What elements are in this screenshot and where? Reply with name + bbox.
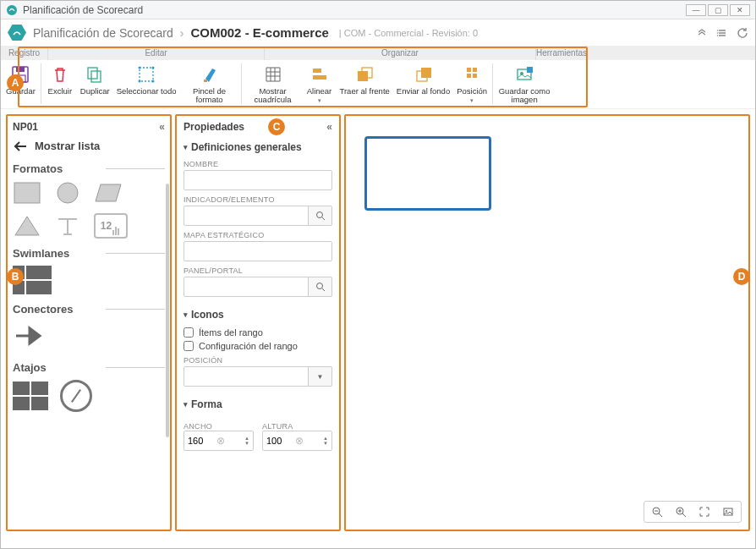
svg-point-10 [139, 67, 141, 69]
module-hex-icon[interactable] [8, 24, 26, 42]
svg-point-3 [717, 35, 719, 36]
toolbar: Guardar Excluir Duplicar Seleccionar tod… [1, 60, 755, 109]
shape-arrow-connector[interactable] [13, 321, 48, 353]
select-posicion[interactable] [184, 366, 309, 387]
fit-screen-button[interactable] [693, 503, 715, 520]
checkbox-config-rango[interactable] [184, 341, 194, 351]
dropdown-posicion-button[interactable]: ▼ [309, 366, 332, 387]
svg-rect-16 [313, 75, 326, 80]
svg-rect-28 [14, 183, 40, 203]
svg-point-40 [726, 510, 727, 512]
stepper-ancho[interactable]: ▲▼ [244, 436, 249, 446]
collapse-left-icon[interactable]: « [159, 121, 165, 133]
search-panel-button[interactable] [309, 277, 332, 297]
shape-text[interactable] [53, 214, 82, 238]
section-swimlanes: Swimlanes [13, 247, 165, 261]
svg-rect-14 [204, 80, 207, 82]
section-iconos[interactable]: Iconos [184, 309, 332, 321]
delete-button[interactable]: Excluir [43, 63, 77, 96]
collapse-left-icon[interactable]: « [326, 121, 332, 133]
svg-rect-8 [91, 71, 101, 82]
svg-rect-21 [467, 68, 471, 72]
input-panel[interactable] [184, 277, 309, 297]
clear-ancho-icon[interactable]: ⊗ [216, 435, 225, 447]
search-indicador-button[interactable] [309, 206, 332, 226]
svg-rect-7 [88, 68, 97, 79]
section-atajos: Atajos [13, 361, 165, 375]
svg-rect-39 [724, 508, 732, 515]
bring-front-button[interactable]: Traer al frente [337, 63, 393, 96]
label-mapa: MAPA ESTRATÉGICO [184, 231, 332, 239]
shortcut-compass[interactable] [60, 380, 92, 412]
canvas-zoom-toolbar [644, 501, 742, 523]
svg-rect-19 [421, 68, 431, 78]
save-image-button[interactable]: Guardar como imagen [495, 63, 554, 105]
canvas-panel[interactable] [344, 114, 750, 531]
breadcrumb-current: COM002 - E-commerce [190, 25, 328, 40]
section-general[interactable]: Definiciones generales [184, 141, 332, 153]
scrollbar[interactable] [166, 184, 169, 437]
show-grid-button[interactable]: Mostrar cuadrícula [244, 63, 303, 105]
minimize-button[interactable]: — [686, 4, 706, 16]
tab-organizar: Organizar [265, 47, 536, 60]
svg-point-13 [152, 80, 155, 83]
input-altura[interactable] [266, 436, 295, 446]
back-show-list[interactable]: Mostrar lista [13, 140, 165, 152]
shortcut-grid[interactable] [13, 382, 48, 410]
clear-altura-icon[interactable]: ⊗ [295, 435, 304, 447]
marker-a: A [7, 74, 24, 91]
zoom-in-button[interactable] [670, 503, 692, 520]
shape-parallelogram[interactable] [94, 181, 123, 205]
svg-point-29 [58, 183, 78, 203]
chevron-down-icon: ▼ [317, 373, 324, 381]
input-nombre[interactable] [184, 170, 332, 190]
svg-rect-34 [118, 228, 119, 235]
select-all-button[interactable]: Seleccionar todo [113, 63, 180, 96]
section-forma[interactable]: Forma [184, 398, 332, 410]
input-ancho[interactable] [188, 436, 216, 446]
svg-rect-22 [473, 68, 477, 72]
checkbox-items-rango[interactable] [184, 327, 194, 338]
svg-rect-24 [473, 74, 477, 78]
shape-kpi-chip[interactable]: 12 [94, 213, 128, 239]
toolbar-tabs: Registro Editar Organizar Herramientas [1, 47, 755, 60]
label-panel: PANEL/PORTAL [184, 266, 332, 275]
position-button[interactable]: Posición▾ [453, 63, 490, 104]
canvas-selected-shape[interactable] [364, 136, 491, 211]
send-back-button[interactable]: Enviar al fondo [393, 63, 453, 96]
search-icon [315, 211, 326, 221]
zoom-out-button[interactable] [646, 503, 668, 520]
properties-panel: Propiedades « Definiciones generales NOM… [175, 114, 341, 531]
input-indicador[interactable] [184, 206, 309, 226]
duplicate-button[interactable]: Duplicar [77, 63, 113, 96]
svg-rect-33 [115, 227, 117, 235]
svg-rect-9 [140, 68, 153, 81]
chevron-right-icon: › [180, 26, 184, 40]
label-indicador: INDICADOR/ELEMENTO [184, 195, 332, 204]
maximize-button[interactable]: ▢ [708, 4, 728, 16]
shape-rectangle[interactable] [13, 181, 41, 205]
double-chevron-up-icon[interactable] [696, 27, 708, 39]
svg-marker-31 [15, 217, 39, 235]
breadcrumb-parent[interactable]: Planificación de Scorecard [33, 26, 173, 40]
refresh-icon[interactable] [737, 27, 748, 39]
titlebar: Planificación de Scorecard — ▢ ✕ [1, 1, 755, 19]
align-button[interactable]: Alinear▾ [303, 63, 337, 104]
stepper-altura[interactable]: ▲▼ [323, 436, 328, 446]
image-view-button[interactable] [717, 503, 739, 520]
format-painter-button[interactable]: Pincel de formato [180, 63, 239, 105]
input-mapa[interactable] [184, 241, 332, 261]
shape-triangle[interactable] [13, 214, 41, 238]
tab-editar: Editar [48, 47, 265, 60]
shape-circle[interactable] [53, 181, 82, 205]
list-menu-icon[interactable] [716, 27, 728, 39]
svg-rect-27 [527, 67, 533, 73]
svg-point-35 [316, 212, 322, 218]
marker-b: B [7, 268, 24, 285]
close-button[interactable]: ✕ [730, 4, 750, 16]
window-title: Planificación de Scorecard [23, 4, 681, 16]
tab-herramientas: Herramientas [536, 47, 587, 60]
svg-point-36 [316, 283, 322, 289]
palette-title: NP01 [13, 121, 38, 133]
input-altura-wrap: ⊗ ▲▼ [262, 431, 332, 451]
